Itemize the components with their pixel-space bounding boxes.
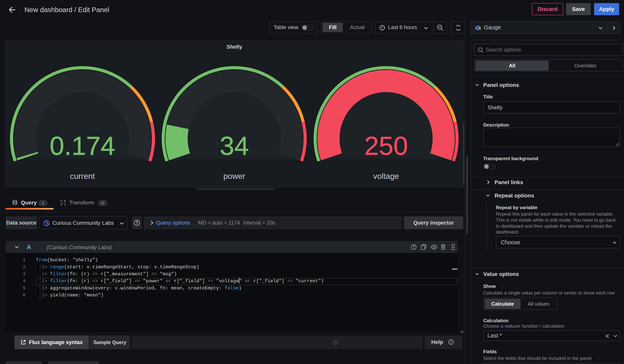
svg-text:79: 79 (477, 28, 479, 30)
